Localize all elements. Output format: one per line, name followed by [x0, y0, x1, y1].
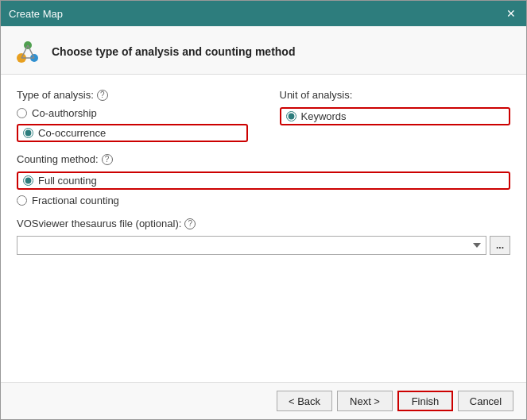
co-occurrence-label: Co-occurrence — [38, 127, 106, 139]
dialog-footer: < Back Next > Finish Cancel — [1, 382, 526, 419]
back-button[interactable]: < Back — [277, 391, 332, 411]
counting-method-section: Counting method: ? Full counting Fractio… — [17, 153, 510, 206]
dialog-title: Create Map — [9, 8, 63, 20]
dialog-header: Choose type of analysis and counting met… — [1, 26, 526, 75]
thesaurus-help-icon[interactable]: ? — [184, 218, 196, 229]
finish-button[interactable]: Finish — [397, 391, 453, 411]
full-counting-radio[interactable] — [23, 175, 33, 186]
co-occurrence-option[interactable]: Co-occurrence — [17, 124, 248, 142]
analysis-type-radio-group: Co-authorship Co-occurrence — [17, 107, 248, 142]
counting-method-radio-group: Full counting Fractional counting — [17, 171, 510, 206]
create-map-dialog: Create Map ✕ Choose type of analysis and… — [0, 0, 527, 420]
fractional-counting-label: Fractional counting — [32, 195, 119, 206]
fractional-counting-radio[interactable] — [17, 195, 27, 206]
co-authorship-radio[interactable] — [17, 108, 27, 118]
analysis-type-help-icon[interactable]: ? — [97, 90, 108, 101]
counting-method-help-icon[interactable]: ? — [102, 154, 113, 165]
keywords-radio[interactable] — [286, 111, 296, 121]
next-button[interactable]: Next > — [337, 391, 393, 411]
title-bar: Create Map ✕ — [1, 1, 526, 26]
cancel-button[interactable]: Cancel — [458, 391, 513, 411]
thesaurus-label: VOSviewer thesaurus file (optional): ? — [17, 218, 510, 229]
unit-of-analysis-section: Unit of analysis: Keywords — [280, 89, 511, 142]
thesaurus-section: VOSviewer thesaurus file (optional): ? .… — [17, 218, 510, 255]
thesaurus-select[interactable] — [17, 236, 486, 255]
analysis-type-label: Type of analysis: ? — [17, 89, 248, 101]
analysis-type-section: Type of analysis: ? Co-authorship Co-occ… — [17, 89, 248, 142]
co-authorship-label: Co-authorship — [32, 107, 97, 119]
unit-of-analysis-label: Unit of analysis: — [280, 89, 511, 101]
thesaurus-row: ... — [17, 236, 510, 255]
full-counting-label: Full counting — [38, 175, 97, 187]
keywords-label: Keywords — [301, 110, 347, 122]
unit-of-analysis-radio-group: Keywords — [280, 107, 511, 125]
full-counting-option[interactable]: Full counting — [17, 171, 510, 190]
header-title: Choose type of analysis and counting met… — [52, 45, 295, 58]
close-button[interactable]: ✕ — [504, 6, 518, 21]
vosviewer-icon — [14, 37, 42, 66]
thesaurus-browse-button[interactable]: ... — [490, 236, 510, 255]
co-occurrence-radio[interactable] — [23, 128, 33, 138]
co-authorship-option[interactable]: Co-authorship — [17, 107, 248, 119]
keywords-option[interactable]: Keywords — [280, 107, 511, 125]
fractional-counting-option[interactable]: Fractional counting — [17, 195, 510, 206]
counting-method-label: Counting method: ? — [17, 153, 510, 165]
top-section: Type of analysis: ? Co-authorship Co-occ… — [17, 89, 510, 142]
dialog-body: Type of analysis: ? Co-authorship Co-occ… — [1, 75, 526, 382]
